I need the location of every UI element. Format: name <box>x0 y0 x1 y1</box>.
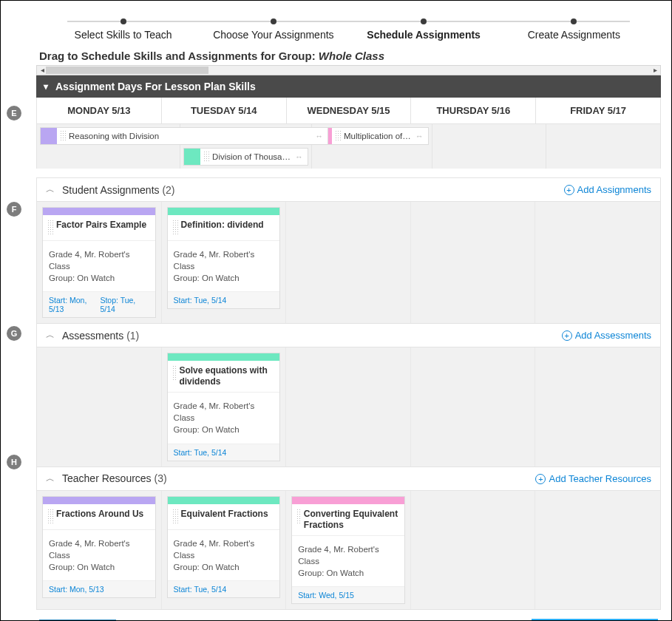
horizontal-scrollbar[interactable]: ◂ ▸ <box>36 65 661 75</box>
card-start[interactable]: Start: Wed, 5/15 <box>298 591 354 600</box>
section-title-text: Teacher Resources <box>62 472 152 484</box>
step-dot-icon <box>121 18 126 24</box>
add-link-label: Add Assignments <box>577 184 651 195</box>
plus-icon: + <box>564 185 574 195</box>
step-label: Select Skills to Teach <box>48 29 198 41</box>
add-link-label: Add Assessments <box>575 330 651 341</box>
card-factor-pairs[interactable]: Factor Pairs Example Grade 4, Mr. Robert… <box>42 207 156 318</box>
card-start[interactable]: Start: Tue, 5/14 <box>174 585 227 594</box>
chevron-up-icon[interactable]: ︿ <box>46 472 55 485</box>
card-cell[interactable] <box>411 202 536 323</box>
resize-handle-icon[interactable]: ↔ <box>295 152 303 161</box>
drag-grip-icon[interactable] <box>172 509 178 525</box>
drag-grip-icon[interactable] <box>203 151 209 162</box>
day-header-tue: TUESDAY 5/14 <box>162 98 287 124</box>
day-cell-thu[interactable] <box>432 124 547 169</box>
card-cell[interactable] <box>37 347 162 466</box>
scroll-right-icon[interactable]: ▸ <box>650 65 660 75</box>
step-select-skills[interactable]: Select Skills to Teach <box>48 18 198 41</box>
resize-handle-icon[interactable]: ↔ <box>315 132 323 140</box>
step-create-assignments[interactable]: Create Assignments <box>499 18 649 41</box>
step-label: Choose Your Assignments <box>198 29 348 41</box>
skill-division-thousands[interactable]: Division of Thousa… ↔ <box>183 148 308 166</box>
card-color-bar <box>168 353 280 361</box>
skill-label: Division of Thousa… <box>212 152 291 161</box>
step-dot-icon <box>421 18 427 24</box>
day-cell-fri[interactable] <box>546 124 661 169</box>
day-cell-wed[interactable]: Multiplication of… ↔ <box>312 124 432 169</box>
drag-grip-icon[interactable] <box>296 509 301 525</box>
teacher-cards-row: Fractions Around Us Grade 4, Mr. Robert'… <box>36 491 661 610</box>
card-start[interactable]: Start: Tue, 5/14 <box>174 448 227 457</box>
drag-title-group: Whole Class <box>319 50 384 62</box>
side-badge-f: F <box>7 202 21 217</box>
card-cell[interactable] <box>286 202 411 323</box>
card-cell[interactable] <box>535 202 660 323</box>
skill-reasoning-division[interactable]: Reasoning with Division ↔ <box>40 127 328 145</box>
card-meta-line1: Grade 4, Mr. Robert's Class <box>298 543 398 567</box>
card-start[interactable]: Start: Mon, 5/13 <box>49 585 104 594</box>
resize-handle-icon[interactable]: ↔ <box>415 132 424 140</box>
card-start[interactable]: Start: Tue, 5/14 <box>174 296 227 305</box>
card-cell[interactable]: Solve equations with dividends Grade 4, … <box>162 347 287 466</box>
section-count: (2) <box>162 184 174 196</box>
card-title: Equivalent Fractions <box>181 509 268 520</box>
drag-grip-icon[interactable] <box>47 509 53 525</box>
card-cell[interactable] <box>411 491 536 609</box>
card-cell[interactable]: Factor Pairs Example Grade 4, Mr. Robert… <box>37 202 162 323</box>
card-definition-dividend[interactable]: Definition: dividend Grade 4, Mr. Robert… <box>167 207 281 309</box>
teacher-resources-bar[interactable]: ︿ Teacher Resources (3) +Add Teacher Res… <box>36 467 661 491</box>
card-cell[interactable] <box>411 347 536 466</box>
day-cell-mon[interactable]: Reasoning with Division ↔ <box>37 124 180 169</box>
chevron-up-icon[interactable]: ︿ <box>46 183 55 196</box>
card-cell[interactable] <box>535 491 660 609</box>
card-start[interactable]: Start: Mon, 5/13 <box>49 296 100 313</box>
add-assessments-link[interactable]: +Add Assessments <box>562 330 651 341</box>
card-title: Definition: dividend <box>181 220 264 231</box>
card-color-bar <box>43 208 155 215</box>
add-assignments-link[interactable]: +Add Assignments <box>564 184 651 195</box>
drag-grip-icon[interactable] <box>172 220 178 236</box>
card-title: Solve equations with dividends <box>179 365 275 387</box>
section-title-text: Student Assignments <box>62 184 160 196</box>
card-fractions-around-us[interactable]: Fractions Around Us Grade 4, Mr. Robert'… <box>42 496 156 598</box>
card-cell[interactable]: Definition: dividend Grade 4, Mr. Robert… <box>162 202 287 323</box>
section-count: (3) <box>155 472 167 484</box>
card-stop[interactable]: Stop: Tue, 5/14 <box>100 296 149 313</box>
section-title: Assessments (1) <box>62 330 139 342</box>
card-cell[interactable] <box>286 347 411 466</box>
drag-grip-icon[interactable] <box>335 130 341 141</box>
skill-color-icon <box>41 128 57 144</box>
skill-label: Multiplication of… <box>344 132 411 140</box>
assignment-days-header[interactable]: ▾ Assignment Days For Lesson Plan Skills <box>36 75 661 98</box>
card-cell[interactable]: Equivalent Fractions Grade 4, Mr. Robert… <box>162 491 287 609</box>
scroll-thumb[interactable] <box>46 67 208 74</box>
card-converting-equivalent[interactable]: Converting Equivalent Fractions Grade 4,… <box>291 496 405 604</box>
student-assignments-bar[interactable]: ︿ Student Assignments (2) +Add Assignmen… <box>36 177 661 202</box>
drag-grip-icon[interactable] <box>47 220 53 236</box>
week-header-row: MONDAY 5/13 TUESDAY 5/14 WEDNESDAY 5/15 … <box>36 98 661 124</box>
section-title-text: Assessments <box>62 330 123 342</box>
card-solve-equations[interactable]: Solve equations with dividends Grade 4, … <box>167 353 281 461</box>
assignment-days-label: Assignment Days For Lesson Plan Skills <box>55 81 256 92</box>
card-cell[interactable]: Converting Equivalent Fractions Grade 4,… <box>286 491 411 609</box>
drag-grip-icon[interactable] <box>60 130 66 141</box>
card-cell[interactable]: Fractions Around Us Grade 4, Mr. Robert'… <box>37 491 162 609</box>
plus-icon: + <box>562 330 572 341</box>
card-meta-line2: Group: On Watch <box>174 272 274 284</box>
section-count: (1) <box>126 330 139 342</box>
drag-grip-icon[interactable] <box>172 365 177 381</box>
section-title: Teacher Resources (3) <box>62 472 167 484</box>
step-choose-assignments[interactable]: Choose Your Assignments <box>198 18 348 41</box>
card-equivalent-fractions[interactable]: Equivalent Fractions Grade 4, Mr. Robert… <box>167 496 281 598</box>
add-teacher-resources-link[interactable]: +Add Teacher Resources <box>535 473 651 484</box>
step-schedule-assignments[interactable]: Schedule Assignments <box>349 18 499 41</box>
card-cell[interactable] <box>535 347 660 466</box>
step-label: Create Assignments <box>499 29 649 41</box>
assessments-bar[interactable]: ︿ Assessments (1) +Add Assessments <box>36 324 661 347</box>
card-title: Converting Equivalent Fractions <box>304 509 400 531</box>
stepper: Select Skills to Teach Choose Your Assig… <box>36 1 661 41</box>
card-title: Factor Pairs Example <box>56 220 146 231</box>
chevron-up-icon[interactable]: ︿ <box>46 329 55 342</box>
skill-multiplication[interactable]: Multiplication of… ↔ <box>315 127 429 145</box>
